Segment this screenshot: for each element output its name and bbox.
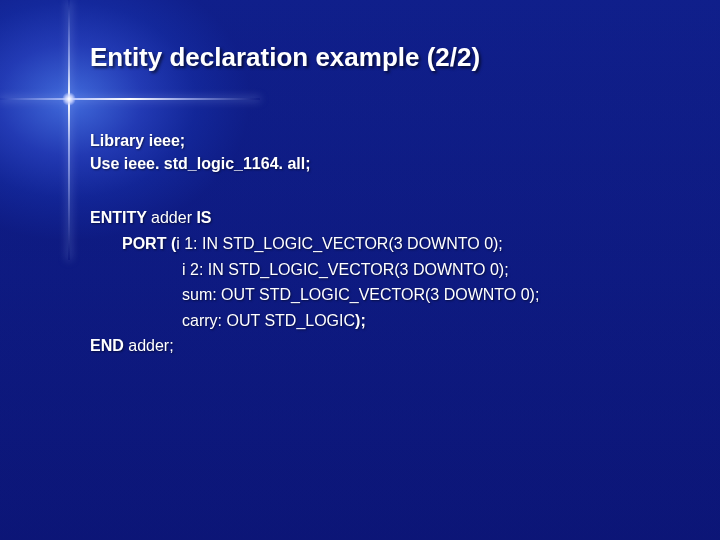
kw-end: END	[90, 337, 128, 354]
port-i1: i 1: IN STD_LOGIC_VECTOR(3 DOWNTO 0);	[176, 235, 503, 252]
code-line-end: END adder;	[90, 333, 680, 359]
vhdl-code-block: ENTITY adder IS PORT (i 1: IN STD_LOGIC_…	[90, 205, 680, 359]
lens-flare-vertical	[68, 0, 70, 260]
library-line-2: Use ieee. std_logic_1164. all;	[90, 152, 680, 175]
entity-name: adder	[151, 209, 196, 226]
library-line-1: Library ieee;	[90, 129, 680, 152]
kw-is: IS	[196, 209, 211, 226]
code-line-port-i2: i 2: IN STD_LOGIC_VECTOR(3 DOWNTO 0);	[90, 257, 680, 283]
lens-flare-center	[62, 92, 76, 106]
end-name: adder;	[128, 337, 173, 354]
kw-port: PORT (	[122, 235, 176, 252]
code-line-entity: ENTITY adder IS	[90, 205, 680, 231]
slide-title: Entity declaration example (2/2)	[90, 42, 680, 73]
kw-entity: ENTITY	[90, 209, 151, 226]
code-line-port-i1: PORT (i 1: IN STD_LOGIC_VECTOR(3 DOWNTO …	[90, 231, 680, 257]
port-carry: carry: OUT STD_LOGIC	[182, 312, 355, 329]
slide-content: Entity declaration example (2/2) Library…	[90, 42, 680, 359]
code-line-port-carry: carry: OUT STD_LOGIC);	[90, 308, 680, 334]
code-line-port-sum: sum: OUT STD_LOGIC_VECTOR(3 DOWNTO 0);	[90, 282, 680, 308]
close-paren: );	[355, 312, 366, 329]
